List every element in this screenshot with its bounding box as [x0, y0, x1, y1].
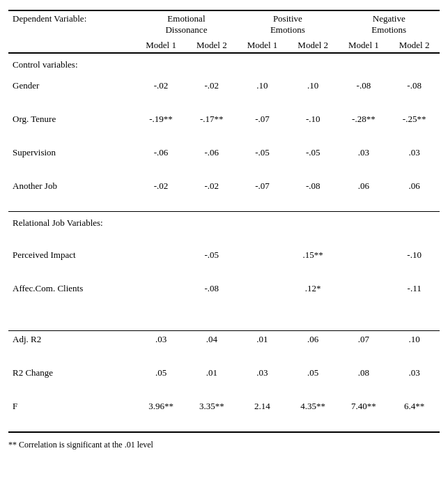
- spacer-row-2: [8, 94, 440, 111]
- bottom-spacer-row: [8, 415, 440, 432]
- dissonance-label: Dissonance: [165, 24, 207, 35]
- perceived-impact-label: Perceived Impact: [8, 247, 136, 263]
- r2ch-pos2: .05: [288, 365, 339, 381]
- control-variables-header-row: Control variables:: [8, 53, 440, 72]
- adjr2-pos1: .01: [237, 331, 288, 348]
- empty-val: [389, 72, 440, 77]
- ac-neg1: [339, 280, 389, 297]
- empty-label: [8, 297, 136, 314]
- f-neg1: 7.40**: [339, 398, 389, 415]
- another-job-row: Another Job -.02 -.02 -.07 -.08 .06 .06: [8, 178, 440, 194]
- pos-model2-header: Model 2: [288, 38, 339, 53]
- empty-val: [288, 72, 339, 77]
- pos-model1-header: Model 1: [237, 38, 288, 53]
- ac-neg2: -.11: [389, 280, 440, 297]
- r2ch-pos1: .03: [237, 365, 288, 381]
- em-model2-header: Model 2: [186, 38, 237, 53]
- ac-pos2: .12*: [288, 280, 339, 297]
- supervision-neg1: .03: [339, 144, 389, 161]
- spacer-row-5: [8, 194, 440, 212]
- affec-com-label: Affec.Com. Clients: [8, 280, 136, 297]
- empty-label: [8, 314, 136, 331]
- gender-em2: -.02: [186, 77, 237, 94]
- empty-label: [8, 94, 136, 111]
- r2ch-neg1: .08: [339, 365, 389, 381]
- regression-table: Dependent Variable: Emotional Dissonance…: [8, 10, 440, 433]
- empty-label: [8, 128, 136, 144]
- spacer-row-11: [8, 381, 440, 398]
- positive-label: Positive: [273, 13, 302, 24]
- perceived-impact-row: Perceived Impact -.05 .15** -.10: [8, 247, 440, 263]
- empty-val: [136, 72, 187, 77]
- f-pos1: 2.14: [237, 398, 288, 415]
- org-tenure-row: Org. Tenure -.19** -.17** -.07 -.10 -.28…: [8, 111, 440, 128]
- supervision-pos1: -.05: [237, 144, 288, 161]
- ac-em2: -.08: [186, 280, 237, 297]
- r2-change-row: R2 Change .05 .01 .03 .05 .08 .03: [8, 365, 440, 381]
- empty-label: [8, 348, 136, 365]
- negative-emotions-label: Emotions: [371, 24, 406, 35]
- supervision-em2: -.06: [186, 144, 237, 161]
- spacer-row-7: [8, 263, 440, 280]
- adjr2-pos2: .06: [288, 331, 339, 348]
- spacer-row-3: [8, 128, 440, 144]
- negative-label: Negative: [373, 13, 405, 24]
- control-variables-header: Control variables:: [8, 53, 440, 72]
- gender-pos2: .10: [288, 77, 339, 94]
- empty-label: [8, 381, 136, 398]
- affec-com-row: Affec.Com. Clients -.08 .12* -.11: [8, 280, 440, 297]
- gender-neg2: -.08: [389, 77, 440, 94]
- emotional-label: Emotional: [167, 13, 205, 24]
- col-group-negative-emotions: Negative Emotions: [339, 10, 440, 38]
- neg-model1-header: Model 1: [339, 38, 389, 53]
- f-neg2: 6.4**: [389, 398, 440, 415]
- spacer-row-8: [8, 297, 440, 314]
- neg-model2-header: Model 2: [389, 38, 440, 53]
- f-label: F: [8, 398, 136, 415]
- relational-job-header: Relational Job Variables:: [8, 212, 440, 231]
- empty-header: [8, 38, 136, 53]
- anotherjob-neg2: .06: [389, 178, 440, 194]
- dep-var-label: Dependent Variable:: [8, 10, 136, 38]
- f-em1: 3.96**: [136, 398, 187, 415]
- supervision-row: Supervision -.06 -.06 -.05 -.05 .03 .03: [8, 144, 440, 161]
- empty-label: [8, 263, 136, 280]
- supervision-em1: -.06: [136, 144, 187, 161]
- r2ch-neg2: .03: [389, 365, 440, 381]
- another-job-label: Another Job: [8, 178, 136, 194]
- r2ch-em2: .01: [186, 365, 237, 381]
- tenure-neg2: -.25**: [389, 111, 440, 128]
- gender-label: Gender: [8, 77, 136, 94]
- tenure-neg1: -.28**: [339, 111, 389, 128]
- adjr2-neg2: .10: [389, 331, 440, 348]
- empty-val: [186, 72, 237, 77]
- empty-val: [339, 72, 389, 77]
- adj-r2-label: Adj. R2: [8, 331, 136, 348]
- anotherjob-neg1: .06: [339, 178, 389, 194]
- gender-neg1: -.08: [339, 77, 389, 94]
- tenure-pos1: -.07: [237, 111, 288, 128]
- adjr2-em1: .03: [136, 331, 187, 348]
- pi-em1: [136, 247, 187, 263]
- spacer-row-6: [8, 230, 440, 247]
- tenure-em2: -.17**: [186, 111, 237, 128]
- anotherjob-em2: -.02: [186, 178, 237, 194]
- col-group-positive-emotions: Positive Emotions: [237, 10, 338, 38]
- positive-emotions-label: Emotions: [270, 24, 305, 35]
- spacer-row-10: [8, 348, 440, 365]
- spacer-row-1: [8, 72, 440, 77]
- spacer-row-9: [8, 314, 440, 331]
- anotherjob-em1: -.02: [136, 178, 187, 194]
- gender-pos1: .10: [237, 77, 288, 94]
- gender-row: Gender -.02 -.02 .10 .10 -.08 -.08: [8, 77, 440, 94]
- f-row: F 3.96** 3.35** 2.14 4.35** 7.40** 6.4**: [8, 398, 440, 415]
- em-model1-header: Model 1: [136, 38, 187, 53]
- gender-em1: -.02: [136, 77, 187, 94]
- adjr2-neg1: .07: [339, 331, 389, 348]
- pi-pos2: .15**: [288, 247, 339, 263]
- tenure-em1: -.19**: [136, 111, 187, 128]
- supervision-pos2: -.05: [288, 144, 339, 161]
- pi-em2: -.05: [186, 247, 237, 263]
- adjr2-em2: .04: [186, 331, 237, 348]
- spacer-row-4: [8, 161, 440, 178]
